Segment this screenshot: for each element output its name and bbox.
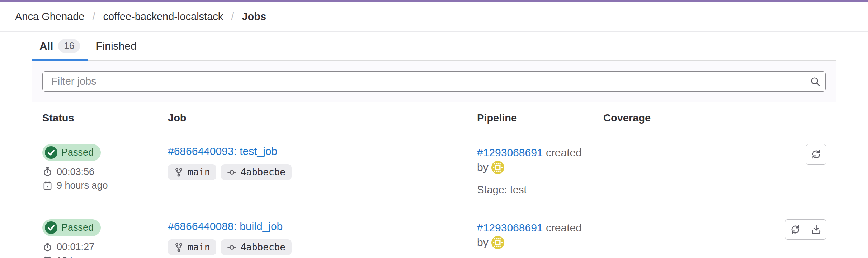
- breadcrumb: Anca Ghenade / coffee-backend-localstack…: [0, 2, 868, 32]
- status-passed-icon: [45, 221, 57, 234]
- job-duration: 00:03:56: [42, 166, 157, 178]
- pipeline-cell: #1293068691 created by Stage: build: [466, 219, 593, 258]
- search-button[interactable]: [805, 72, 825, 91]
- status-badge: Passed: [42, 219, 101, 236]
- table-header-row: Status Job Pipeline Coverage: [32, 102, 836, 134]
- pipeline-stage: Stage: test: [477, 184, 593, 196]
- commit-icon: [227, 243, 237, 252]
- tab-all-label: All: [39, 40, 53, 52]
- retry-icon: [810, 148, 822, 160]
- avatar[interactable]: [491, 236, 504, 249]
- calendar-icon: [42, 255, 53, 258]
- commit-sha-badge[interactable]: 4abbecbe: [221, 164, 292, 180]
- breadcrumb-separator: /: [231, 11, 234, 23]
- avatar-identicon: [491, 161, 504, 174]
- branch-icon: [174, 243, 184, 252]
- header-actions: [711, 112, 836, 124]
- actions-cell: [711, 144, 836, 165]
- status-label: Passed: [61, 222, 94, 233]
- branch-ref-badge[interactable]: main: [168, 239, 216, 255]
- breadcrumb-group-link[interactable]: Anca Ghenade: [15, 11, 84, 23]
- status-cell: Passed 00:03:56 9 hours ago: [32, 144, 157, 191]
- retry-icon: [789, 224, 801, 235]
- branch-icon: [174, 167, 184, 177]
- actions-cell: [711, 219, 836, 240]
- breadcrumb-project-link[interactable]: coffee-backend-localstack: [103, 11, 223, 23]
- tab-all[interactable]: All 16: [32, 32, 88, 60]
- avatar[interactable]: [491, 161, 504, 174]
- breadcrumb-current-page: Jobs: [242, 11, 266, 23]
- table-row: Passed 00:01:27 10 hours ago #6866440088…: [32, 209, 836, 258]
- timer-icon: [42, 242, 53, 252]
- commit-sha-badge[interactable]: 4abbecbe: [221, 239, 292, 255]
- job-cell: #6866440088: build_job main 4abbecbe: [157, 219, 466, 255]
- job-link[interactable]: #6866440088: build_job: [168, 220, 283, 232]
- retry-job-button[interactable]: [785, 219, 806, 240]
- status-passed-icon: [45, 146, 57, 159]
- download-artifacts-button[interactable]: [806, 219, 826, 240]
- job-age: 10 hours ago: [42, 255, 157, 258]
- status-label: Passed: [61, 147, 94, 158]
- job-age: 9 hours ago: [42, 180, 157, 191]
- download-icon: [810, 224, 822, 235]
- avatar-identicon: [491, 236, 504, 249]
- job-duration: 00:01:27: [42, 241, 157, 253]
- retry-job-button[interactable]: [806, 144, 826, 165]
- filter-jobs-input[interactable]: [43, 72, 805, 91]
- branch-ref-badge[interactable]: main: [168, 164, 216, 180]
- jobs-table: Status Job Pipeline Coverage Passed 00:0…: [32, 102, 836, 258]
- calendar-icon: [42, 180, 53, 191]
- header-job: Job: [157, 112, 466, 124]
- header-coverage: Coverage: [593, 112, 711, 124]
- status-badge: Passed: [42, 144, 101, 161]
- filter-bar: [32, 61, 836, 102]
- pipeline-link[interactable]: #1293068691: [477, 222, 543, 234]
- timer-icon: [42, 167, 53, 177]
- header-status: Status: [32, 112, 157, 124]
- header-pipeline: Pipeline: [466, 112, 593, 124]
- job-cell: #6866440093: test_job main 4abbecbe: [157, 144, 466, 180]
- pipeline-link[interactable]: #1293068691: [477, 147, 543, 158]
- tab-all-count-badge: 16: [58, 39, 80, 53]
- table-row: Passed 00:03:56 9 hours ago #6866440093:…: [32, 134, 836, 209]
- status-cell: Passed 00:01:27 10 hours ago: [32, 219, 157, 258]
- pipeline-cell: #1293068691 created by Stage: test: [466, 144, 593, 196]
- tab-finished[interactable]: Finished: [88, 32, 144, 60]
- commit-icon: [227, 167, 237, 177]
- breadcrumb-separator: /: [92, 11, 95, 23]
- tab-finished-label: Finished: [96, 40, 136, 52]
- job-link[interactable]: #6866440093: test_job: [168, 145, 277, 157]
- search-icon: [810, 76, 821, 87]
- jobs-tabs: All 16 Finished: [32, 32, 836, 61]
